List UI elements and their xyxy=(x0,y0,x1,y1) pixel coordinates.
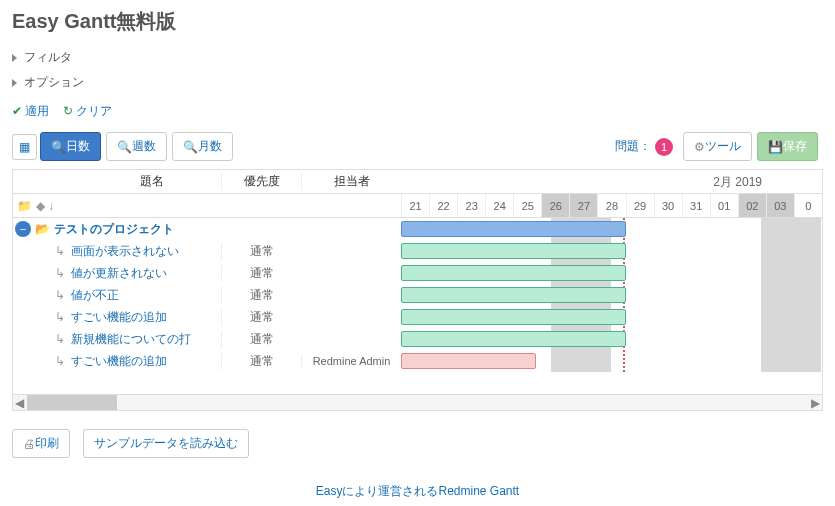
gantt-bar[interactable] xyxy=(401,265,626,281)
tree-arrow-icon: ↳ xyxy=(55,266,65,280)
day-header-cell: 31 xyxy=(682,194,710,217)
task-priority: 通常 xyxy=(221,331,301,348)
task-priority: 通常 xyxy=(221,309,301,326)
task-priority: 通常 xyxy=(221,287,301,304)
tree-arrow-icon: ↳ xyxy=(55,288,65,302)
collapse-button[interactable]: − xyxy=(15,221,31,237)
day-header-cell: 29 xyxy=(626,194,654,217)
day-header-cell: 03 xyxy=(766,194,794,217)
day-header-cell: 23 xyxy=(457,194,485,217)
gantt-bar[interactable] xyxy=(401,353,536,369)
column-assignee: 担当者 xyxy=(301,173,401,190)
column-title: 題名 xyxy=(13,173,221,190)
folder-icon[interactable]: 📁 xyxy=(17,199,32,213)
day-header-cell: 0 xyxy=(794,194,822,217)
print-button[interactable]: 🖨 印刷 xyxy=(12,429,70,458)
gantt-bar[interactable] xyxy=(401,221,626,237)
project-name[interactable]: テストのプロジェクト xyxy=(54,221,174,238)
refresh-icon: ↻ xyxy=(63,104,73,118)
day-header-cell: 30 xyxy=(654,194,682,217)
gantt-bar[interactable] xyxy=(401,243,626,259)
page-title: Easy Gantt無料版 xyxy=(12,8,823,35)
gear-icon: ⚙ xyxy=(694,140,705,154)
task-name[interactable]: すごい機能の追加 xyxy=(71,309,167,326)
month-header: 2月 2019 xyxy=(401,170,822,194)
task-name[interactable]: すごい機能の追加 xyxy=(71,353,167,370)
day-header-cell: 21 xyxy=(401,194,429,217)
clear-link[interactable]: ↻ クリア xyxy=(63,104,112,118)
task-name[interactable]: 画面が表示されない xyxy=(71,243,179,260)
task-name[interactable]: 値が不正 xyxy=(71,287,119,304)
task-row: ↳すごい機能の追加通常 xyxy=(13,306,401,328)
tree-arrow-icon: ↳ xyxy=(55,310,65,324)
load-sample-button[interactable]: サンプルデータを読み込む xyxy=(83,429,249,458)
gantt-bar[interactable] xyxy=(401,309,626,325)
task-name[interactable]: 値が更新されない xyxy=(71,265,167,282)
task-row: ↳値が不正通常 xyxy=(13,284,401,306)
horizontal-scrollbar[interactable]: ◀ ▶ xyxy=(13,394,822,410)
apply-link[interactable]: ✔ 適用 xyxy=(12,104,49,118)
save-button[interactable]: 💾 保存 xyxy=(757,132,818,161)
task-row: ↳すごい機能の追加通常Redmine Admin xyxy=(13,350,401,372)
task-assignee: Redmine Admin xyxy=(301,355,401,367)
folder-icon: 📂 xyxy=(35,222,50,236)
zoom-icon: 🔍 xyxy=(117,140,132,154)
tree-arrow-icon: ↳ xyxy=(55,354,65,368)
tools-button[interactable]: ⚙ ツール xyxy=(683,132,752,161)
gantt-bar[interactable] xyxy=(401,331,626,347)
chevron-right-icon xyxy=(12,79,17,87)
task-row: −📂テストのプロジェクト xyxy=(13,218,401,240)
task-priority: 通常 xyxy=(221,353,301,370)
check-icon: ✔ xyxy=(12,104,22,118)
task-row: ↳画面が表示されない通常 xyxy=(13,240,401,262)
issues-label: 問題： xyxy=(615,138,651,155)
day-header-cell: 22 xyxy=(429,194,457,217)
print-icon: 🖨 xyxy=(23,437,35,451)
weeks-button[interactable]: 🔍 週数 xyxy=(106,132,167,161)
tree-arrow-icon: ↳ xyxy=(55,244,65,258)
chevron-right-icon xyxy=(12,54,17,62)
day-header-cell: 24 xyxy=(485,194,513,217)
zoom-icon: 🔍 xyxy=(51,140,66,154)
days-header: 21222324252627282930310102030 xyxy=(401,194,822,218)
day-header-cell: 02 xyxy=(738,194,766,217)
task-row: ↳新規機能についての打通常 xyxy=(13,328,401,350)
tree-arrow-icon: ↳ xyxy=(55,332,65,346)
gantt-bar[interactable] xyxy=(401,287,626,303)
day-header-cell: 27 xyxy=(569,194,597,217)
option-section[interactable]: オプション xyxy=(12,70,823,95)
day-header-cell: 01 xyxy=(710,194,738,217)
filter-section[interactable]: フィルタ xyxy=(12,45,823,70)
day-header-cell: 25 xyxy=(513,194,541,217)
day-header-cell: 28 xyxy=(597,194,625,217)
issues-count-badge[interactable]: 1 xyxy=(655,138,673,156)
gantt-chart: 題名 優先度 担当者 📁 ◆ ↓ 2月 2019 212223242526272… xyxy=(12,169,823,411)
months-button[interactable]: 🔍 月数 xyxy=(172,132,233,161)
day-header-cell: 26 xyxy=(541,194,569,217)
task-row: ↳値が更新されない通常 xyxy=(13,262,401,284)
sort-controls[interactable]: ◆ ↓ xyxy=(36,199,54,213)
task-priority: 通常 xyxy=(221,265,301,282)
save-icon: 💾 xyxy=(768,140,783,154)
days-button[interactable]: 🔍 日数 xyxy=(40,132,101,161)
zoom-icon: 🔍 xyxy=(183,140,198,154)
expand-button[interactable]: ▦ xyxy=(12,134,37,160)
layout-icon: ▦ xyxy=(19,140,30,154)
column-priority: 優先度 xyxy=(221,173,301,190)
task-priority: 通常 xyxy=(221,243,301,260)
footer-link[interactable]: Easyにより運営されるRedmine Gantt xyxy=(316,484,519,498)
task-name[interactable]: 新規機能についての打 xyxy=(71,331,191,348)
